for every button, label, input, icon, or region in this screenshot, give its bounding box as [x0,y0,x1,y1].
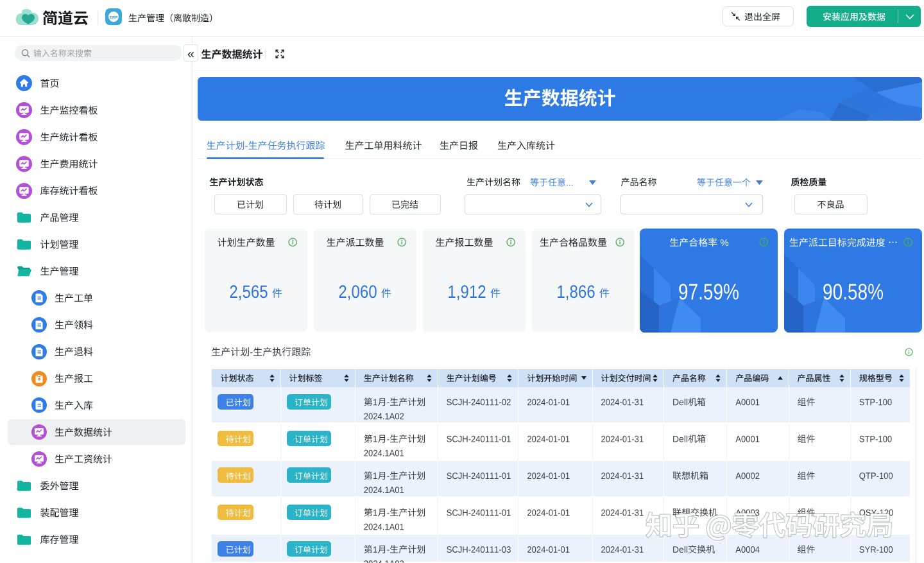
svg-text:ERP: ERP [110,15,117,19]
